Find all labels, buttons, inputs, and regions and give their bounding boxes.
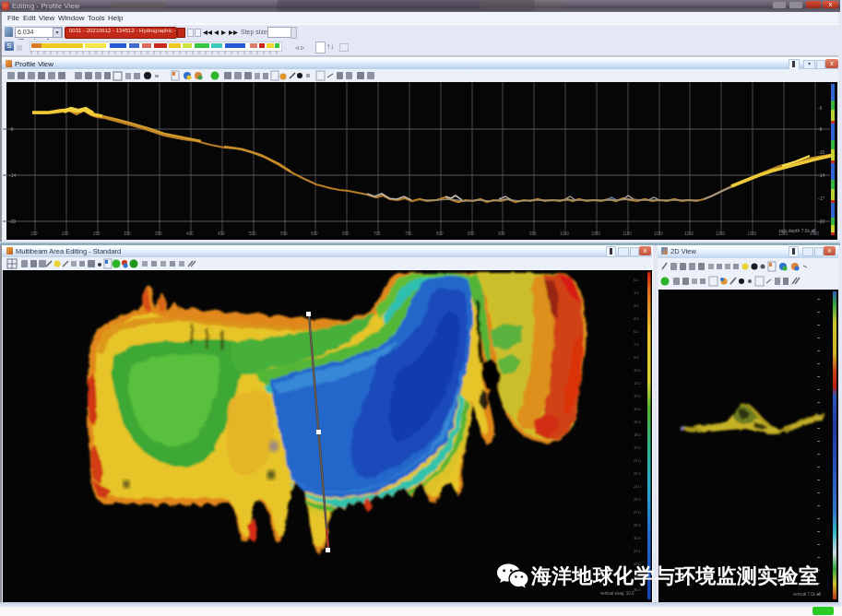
svg-text:900: 900 xyxy=(498,231,505,236)
svg-text:1050: 1050 xyxy=(591,231,601,236)
svg-text:24.0: 24.0 xyxy=(634,484,642,489)
svg-text:-20: -20 xyxy=(9,219,16,224)
svg-text:15.0: 15.0 xyxy=(634,407,642,411)
svg-text:10.5: 10.5 xyxy=(634,368,642,373)
svg-text:750: 750 xyxy=(405,231,412,236)
svg-text:-14: -14 xyxy=(9,172,16,178)
svg-text:13.5: 13.5 xyxy=(634,394,642,398)
svg-text:300: 300 xyxy=(124,231,131,236)
svg-text:-6: -6 xyxy=(818,105,823,111)
svg-text:-17: -17 xyxy=(818,195,824,201)
svg-text:27.0: 27.0 xyxy=(634,510,642,515)
svg-text:16.5: 16.5 xyxy=(634,420,642,424)
svg-text:500: 500 xyxy=(249,231,256,236)
svg-text:550: 550 xyxy=(280,231,288,236)
svg-text:350: 350 xyxy=(155,231,162,236)
svg-text:400: 400 xyxy=(186,231,194,236)
svg-text:vertical exag: 10.0: vertical exag: 10.0 xyxy=(600,591,634,596)
svg-text:1000: 1000 xyxy=(560,231,570,236)
svg-text:1300: 1300 xyxy=(747,231,757,236)
svg-text:0.0: 0.0 xyxy=(634,278,639,282)
svg-text:450: 450 xyxy=(218,231,225,236)
svg-text:21.0: 21.0 xyxy=(634,458,642,463)
svg-text:1200: 1200 xyxy=(684,231,694,236)
svg-text:150: 150 xyxy=(30,231,38,236)
svg-text:-8: -8 xyxy=(818,126,823,132)
svg-text:950: 950 xyxy=(529,231,537,236)
svg-text:1150: 1150 xyxy=(654,231,663,236)
svg-text:1100: 1100 xyxy=(623,231,632,236)
svg-text:12.0: 12.0 xyxy=(634,381,642,385)
svg-text:-14: -14 xyxy=(818,172,824,178)
svg-text:250: 250 xyxy=(93,231,101,236)
svg-text:30.0: 30.0 xyxy=(634,536,642,540)
svg-text:-8: -8 xyxy=(9,126,14,132)
svg-text:600: 600 xyxy=(311,231,318,236)
svg-text:200: 200 xyxy=(62,231,69,236)
svg-text:25.5: 25.5 xyxy=(634,497,642,502)
svg-text:3.0: 3.0 xyxy=(634,303,639,308)
svg-text:4.5: 4.5 xyxy=(634,316,639,321)
svg-text:vertical 7.0x all: vertical 7.0x all xyxy=(793,592,821,597)
svg-text:-20: -20 xyxy=(818,219,824,224)
svg-text:850: 850 xyxy=(468,231,475,236)
svg-text:1250: 1250 xyxy=(716,231,726,236)
svg-text:9.0: 9.0 xyxy=(634,355,639,360)
svg-text:22.5: 22.5 xyxy=(634,471,642,476)
svg-text:-10: -10 xyxy=(818,149,824,155)
svg-text:1.5: 1.5 xyxy=(634,290,639,295)
svg-text:800: 800 xyxy=(436,231,444,236)
svg-text:19.5: 19.5 xyxy=(634,445,642,450)
svg-text:31.5: 31.5 xyxy=(634,549,642,553)
svg-text:650: 650 xyxy=(342,231,350,236)
svg-text:18.0: 18.0 xyxy=(634,432,642,437)
svg-text:m/n depth 7.0x all: m/n depth 7.0x all xyxy=(779,228,815,233)
svg-text:28.5: 28.5 xyxy=(634,523,642,527)
svg-text:7.5: 7.5 xyxy=(634,342,639,347)
svg-text:700: 700 xyxy=(374,231,381,236)
svg-text:6.0: 6.0 xyxy=(634,329,639,334)
